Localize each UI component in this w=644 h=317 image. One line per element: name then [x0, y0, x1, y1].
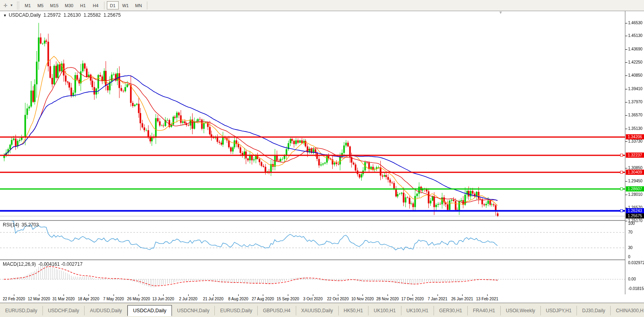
price-tick-label: 1.43690: [628, 47, 642, 51]
hline-drag-handle[interactable]: [620, 171, 623, 174]
chart-tab-usoil-weekly[interactable]: USOil,Weekly: [501, 306, 541, 315]
date-tick-label: 13 Jun 2020: [152, 297, 174, 301]
date-tick-label: 22 Feb 2020: [3, 297, 25, 301]
chart-tab-dj30-daily[interactable]: DJ30,Daily: [577, 306, 611, 315]
date-tick-label: 7 Jan 2021: [428, 297, 447, 301]
price-tick-mark: [625, 195, 627, 195]
chart-tab-eurusd-daily[interactable]: EURUSD,Daily: [215, 306, 258, 315]
date-tick-label: 22 Oct 2020: [327, 297, 349, 301]
timeframe-button-w1[interactable]: W1: [120, 1, 132, 10]
date-tick-mark: [413, 294, 413, 296]
date-tick-mark: [362, 294, 363, 296]
timeframe-button-mn[interactable]: MN: [132, 1, 145, 10]
chart-tab-china300-h1[interactable]: CHINA300,H1: [611, 306, 644, 315]
date-tick-label: 31 Mar 2020: [52, 297, 75, 301]
price-tick-label: 1.39410: [628, 87, 642, 91]
price-tick-mark: [625, 168, 627, 168]
price-tick-label: 1.37970: [628, 100, 642, 104]
price-tick-mark: [625, 129, 627, 129]
chevron-down-icon[interactable]: ▼: [10, 4, 13, 7]
chart-tab-usdcad-daily[interactable]: USDCAD,Daily: [127, 305, 172, 316]
chart-tab-usdjpy-h1[interactable]: USDJPY,H1: [541, 306, 577, 315]
date-tick-mark: [263, 294, 263, 296]
date-tick-mark: [39, 294, 39, 296]
date-tick-label: 28 Nov 2020: [376, 297, 399, 301]
chart-tab-uk100-h1[interactable]: UK100,H1: [401, 306, 434, 315]
price-chart-canvas[interactable]: [0, 11, 625, 220]
date-axis[interactable]: 22 Feb 202012 Mar 202031 Mar 202018 Apr …: [0, 294, 644, 303]
chart-tab-eurusd-daily[interactable]: EURUSD,Daily: [0, 306, 43, 315]
rsi-chart-canvas[interactable]: [0, 221, 625, 259]
price-tick-label: 1.45130: [628, 33, 642, 38]
timeframe-button-m30[interactable]: M30: [62, 1, 76, 10]
date-tick-label: 2 Jul 2020: [179, 297, 197, 301]
price-tick-label: 1.35130: [628, 126, 642, 131]
chart-cursor-icon[interactable]: ✛: [2, 2, 10, 10]
rsi-level-label: 100: [628, 221, 635, 226]
price-tick-label: 1.36570: [628, 113, 642, 117]
price-tick-mark: [625, 62, 627, 63]
rsi-name: RSI(14): [3, 222, 19, 228]
toolbar-drag-handle[interactable]: [17, 2, 19, 10]
macd-level-label: -0.018154: [628, 286, 644, 291]
date-tick-label: 21 Jul 2020: [203, 297, 224, 301]
timeframe-button-m5[interactable]: M5: [35, 1, 46, 10]
low-value: 1.25582: [83, 12, 100, 18]
hline-drag-handle[interactable]: [620, 187, 623, 190]
date-tick-label: 3 Oct 2020: [303, 297, 323, 301]
rsi-indicator-label: RSI(14)35.2703: [3, 222, 39, 228]
timeframe-button-m15[interactable]: M15: [47, 1, 61, 10]
chart-tab-audusd-daily[interactable]: AUDUSD,Daily: [85, 306, 127, 315]
chart-tab-hk50-h1[interactable]: HK50,H1: [339, 306, 369, 315]
price-axis[interactable]: 1.465301.451301.436901.422501.408501.394…: [625, 11, 644, 294]
chart-shift-marker-icon[interactable]: ▼: [499, 10, 503, 15]
chart-tab-fra40-h1[interactable]: FRA40,H1: [468, 306, 501, 315]
timeframe-button-d1[interactable]: D1: [107, 1, 119, 10]
rsi-value: 35.2703: [21, 222, 39, 228]
price-tick-label: 1.28010: [628, 192, 642, 197]
macd-values: -0.004161 -0.002717: [38, 261, 82, 267]
hline-drag-handle[interactable]: [620, 154, 623, 157]
date-tick-mark: [188, 294, 189, 296]
date-tick-label: 26 Jan 2021: [451, 297, 473, 301]
price-level-tag: 1.26243: [626, 208, 644, 213]
price-tick-mark: [625, 49, 627, 50]
macd-indicator-label: MACD(12,26,9)-0.004161 -0.002717: [3, 261, 83, 267]
chart-tab-usdchf-daily[interactable]: USDCHF,Daily: [43, 306, 85, 315]
timeframe-button-h1[interactable]: H1: [77, 1, 89, 10]
close-value: 1.25675: [104, 12, 121, 18]
date-tick-mark: [438, 294, 438, 296]
price-level-tag: 1.30409: [626, 170, 644, 175]
price-tick-mark: [625, 181, 627, 182]
macd-name: MACD(12,26,9): [3, 261, 36, 267]
rsi-level-label: 0: [628, 255, 631, 259]
date-tick-label: 15 Sep 2020: [277, 297, 299, 301]
timeframe-button-h4[interactable]: H4: [90, 1, 102, 10]
price-level-tag: 1.32237: [626, 153, 644, 158]
chart-tab-usdcnh-daily[interactable]: USDCNH,Daily: [172, 306, 215, 315]
chart-tab-xauusd-daily[interactable]: XAUUSD,Daily: [296, 306, 339, 315]
macd-chart-canvas[interactable]: [0, 260, 625, 294]
price-tick-label: 1.40850: [628, 73, 642, 77]
price-tick-mark: [625, 141, 627, 142]
date-tick-mark: [288, 294, 288, 296]
price-tick-label: 1.29450: [628, 179, 642, 183]
chart-tab-uk100-h1[interactable]: UK100,H1: [368, 306, 401, 315]
date-tick-label: 18 Apr 2020: [78, 297, 99, 301]
chart-tab-ger30-h1[interactable]: GER30,H1: [434, 306, 468, 315]
date-tick-mark: [114, 294, 114, 296]
symbol-caret-icon[interactable]: ▼: [3, 14, 7, 17]
date-tick-mark: [64, 294, 64, 296]
timeframe-toolbar: ✛ ▼ M1M5M15M30H1H4D1W1MN: [0, 0, 644, 11]
price-level-tag: 1.25675: [626, 213, 644, 218]
date-tick-mark: [139, 294, 139, 296]
timeframe-button-m1[interactable]: M1: [22, 1, 34, 10]
chart-tab-gbpusd-h4[interactable]: GBPUSD,H4: [258, 306, 296, 315]
price-tick-label: 1.42250: [628, 60, 642, 64]
price-tick-mark: [625, 75, 627, 76]
price-level-tag: 1.34206: [626, 134, 644, 139]
date-tick-mark: [313, 294, 313, 296]
chart-tab-bar: EURUSD,DailyUSDCHF,DailyAUDUSD,DailyUSDC…: [0, 303, 644, 317]
hline-drag-handle[interactable]: [620, 209, 623, 212]
mt4-window: ✛ ▼ M1M5M15M30H1H4D1W1MN ▼USDCAD,Daily1.…: [0, 0, 644, 317]
